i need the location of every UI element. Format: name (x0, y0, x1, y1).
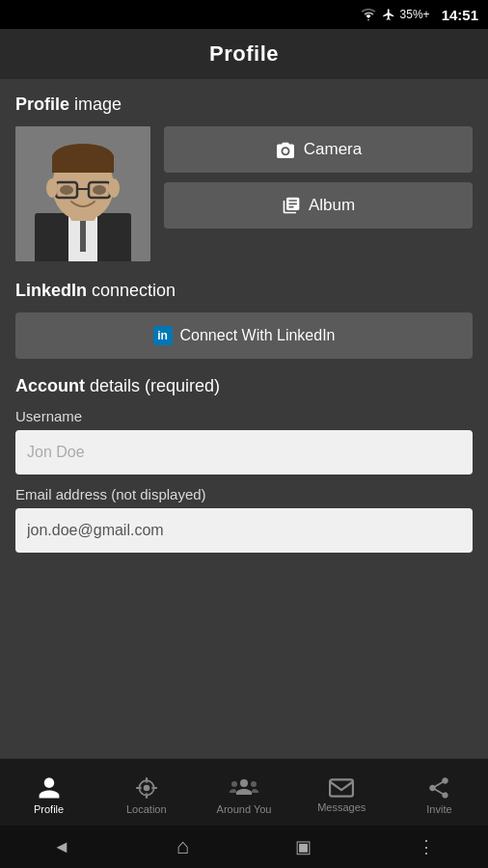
svg-point-15 (46, 178, 58, 198)
status-bar: 35%+ 14:51 (0, 0, 488, 29)
profile-buttons: Camera Album (164, 126, 473, 229)
profile-nav-icon (37, 775, 62, 800)
linkedin-icon: in (153, 326, 173, 345)
album-button[interactable]: Album (164, 182, 473, 229)
svg-point-19 (240, 779, 248, 787)
around-you-nav-icon (229, 775, 259, 800)
status-time: 14:51 (442, 7, 478, 23)
profile-photo-svg (15, 126, 150, 261)
app-header: Profile (0, 29, 488, 79)
album-icon (282, 196, 301, 215)
svg-point-17 (144, 785, 150, 792)
nav-label-location: Location (126, 803, 167, 815)
profile-label-normal: image (69, 95, 122, 114)
account-label-bold: Account (15, 376, 85, 395)
location-nav-icon (134, 775, 159, 800)
battery-status: 35%+ (400, 8, 430, 21)
messages-nav-icon (329, 777, 354, 799)
nav-item-profile[interactable]: Profile (0, 759, 97, 826)
nav-label-messages: Messages (317, 801, 366, 813)
profile-image-row: Camera Album (15, 126, 473, 261)
linkedin-heading: LinkedIn connection (15, 281, 473, 301)
nav-item-location[interactable]: Location (97, 759, 195, 826)
svg-point-16 (108, 178, 120, 198)
camera-button[interactable]: Camera (164, 126, 473, 173)
svg-rect-22 (330, 779, 353, 796)
home-button[interactable]: ⌂ (161, 828, 204, 865)
status-icons: 35%+ (360, 8, 430, 21)
profile-label-bold: Profile (15, 95, 69, 114)
nav-item-around-you[interactable]: Around You (195, 759, 292, 826)
camera-label: Camera (304, 140, 362, 159)
email-input[interactable] (15, 508, 473, 553)
nav-label-invite: Invite (426, 803, 451, 815)
account-heading: Account details (required) (15, 376, 473, 396)
svg-point-20 (231, 781, 237, 787)
linkedin-connect-label: Connect With LinkedIn (180, 327, 336, 344)
svg-rect-7 (52, 155, 114, 173)
android-nav: ◄ ⌂ ▣ ⋮ (0, 826, 488, 868)
svg-point-13 (60, 185, 73, 195)
linkedin-section: LinkedIn connection in Connect With Link… (15, 281, 473, 359)
svg-point-21 (251, 781, 257, 787)
recent-button[interactable]: ▣ (280, 830, 327, 863)
linkedin-label-bold: LinkedIn (15, 281, 87, 300)
username-label: Username (15, 408, 473, 424)
username-input[interactable] (15, 430, 473, 475)
invite-nav-icon (426, 775, 451, 800)
airplane-icon (382, 8, 395, 21)
menu-button[interactable]: ⋮ (402, 830, 450, 863)
bottom-nav: Profile Location Around You Mes (0, 758, 488, 826)
wifi-icon (360, 8, 377, 21)
camera-icon (275, 141, 296, 158)
linkedin-connect-button[interactable]: in Connect With LinkedIn (15, 312, 473, 359)
nav-item-invite[interactable]: Invite (391, 759, 488, 826)
nav-label-profile: Profile (34, 803, 64, 815)
account-section: Account details (required) Username Emai… (15, 376, 473, 553)
svg-point-14 (93, 185, 106, 195)
main-content: Profile image (0, 79, 488, 758)
page-title: Profile (209, 41, 279, 67)
profile-photo (15, 126, 150, 261)
linkedin-label-normal: connection (87, 281, 176, 300)
account-label-normal: details (required) (85, 376, 220, 395)
svg-rect-3 (80, 218, 86, 252)
nav-item-messages[interactable]: Messages (293, 759, 391, 826)
profile-image-heading: Profile image (15, 95, 473, 115)
nav-label-around-you: Around You (217, 803, 272, 815)
back-button[interactable]: ◄ (38, 831, 86, 863)
album-label: Album (309, 196, 355, 215)
email-label: Email address (not displayed) (15, 486, 473, 502)
